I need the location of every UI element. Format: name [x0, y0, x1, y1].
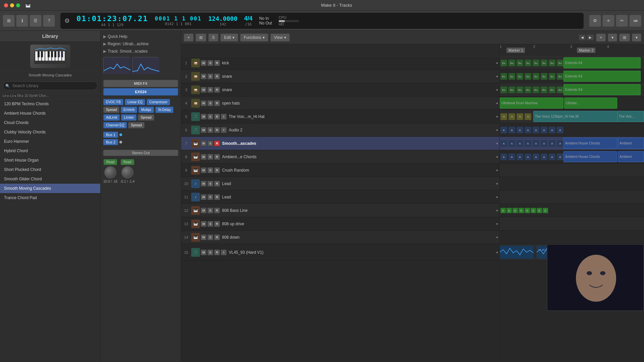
quick-help-row[interactable]: ▶ Quick Help — [103, 33, 178, 40]
record-button[interactable]: R — [214, 249, 220, 255]
zoom-in-button[interactable]: + — [596, 34, 606, 42]
clip[interactable]: The Voic... — [617, 111, 644, 122]
track-options-icon[interactable]: ● — [496, 222, 498, 226]
region-row[interactable]: ▶ Region: Ultrab...achine — [103, 40, 178, 48]
mute-button[interactable]: M — [201, 207, 207, 214]
list-item[interactable]: 120 BPM Techno Chords — [0, 99, 100, 109]
stereo-out-button[interactable]: Stereo Out — [103, 150, 178, 156]
mute-button[interactable]: M — [201, 60, 207, 66]
filter2-button[interactable]: ▾ — [632, 34, 641, 42]
solo-track-button[interactable]: S — [207, 181, 213, 187]
solo-button[interactable]: S — [208, 34, 218, 42]
mute-button[interactable]: M — [201, 114, 207, 120]
clip[interactable]: Ultrabe... — [564, 98, 617, 109]
list-item[interactable]: Hybrid Chord — [0, 146, 100, 156]
bus2-button[interactable]: Bus 2 — [103, 139, 118, 145]
read2-button[interactable]: Read — [121, 159, 134, 165]
mute-button[interactable]: M — [201, 87, 207, 93]
track-options-icon[interactable]: ● — [496, 74, 498, 78]
list-item[interactable]: Clubby Velocity Chords — [0, 127, 100, 137]
nav-left-button[interactable]: ◀ — [579, 34, 586, 41]
record-button[interactable]: R — [214, 87, 220, 93]
track-options-icon[interactable]: ● — [496, 168, 498, 172]
fader2-knob[interactable] — [121, 166, 133, 178]
st-delay-button[interactable]: St-Delay — [155, 107, 173, 113]
evoc-fb-button[interactable]: EVOC FB — [103, 99, 123, 105]
record-button[interactable]: R — [214, 194, 220, 200]
limiter-button[interactable]: Limiter — [121, 114, 137, 121]
track-options-icon[interactable]: ● — [496, 235, 498, 239]
record-button[interactable]: R — [214, 73, 220, 79]
list-item[interactable]: Ambient House Chords — [0, 109, 100, 118]
solo-track-button[interactable]: S — [207, 249, 213, 255]
capture-button[interactable]: ⊞ — [196, 34, 206, 42]
solo-track-button[interactable]: S — [207, 167, 213, 173]
record-button[interactable]: R — [214, 154, 220, 160]
clip[interactable]: Ultrabeat Drum Machine — [500, 98, 564, 109]
list-item[interactable]: Euro Hammer — [0, 137, 100, 146]
bus1-button[interactable]: Bus 1 — [103, 132, 118, 138]
mute-button[interactable]: M — [201, 194, 207, 200]
mute-button[interactable]: M — [201, 127, 207, 133]
solo-track-button[interactable]: S — [207, 87, 213, 93]
record-button[interactable]: R — [214, 100, 220, 106]
solo-track-button[interactable]: S — [207, 140, 213, 146]
track-options-icon[interactable]: ● — [496, 101, 498, 105]
track-options-icon[interactable]: ● — [496, 141, 498, 145]
clip[interactable]: Extendo Kit — [564, 84, 641, 95]
spread2-button[interactable]: Spread — [138, 114, 154, 121]
record-button[interactable]: R — [214, 127, 220, 133]
read1-button[interactable]: Read — [104, 159, 117, 165]
mute-button[interactable]: M — [201, 73, 207, 79]
mute-button[interactable]: M — [201, 249, 207, 255]
track-options-icon[interactable]: ● — [496, 195, 498, 199]
track-options-icon[interactable]: ● — [496, 61, 498, 65]
input-button[interactable]: I — [221, 127, 227, 133]
list-button[interactable]: ☰ — [30, 15, 42, 27]
list-item-selected[interactable]: Smooth Moving Cascades — [0, 184, 100, 193]
solo-track-button[interactable]: S — [207, 60, 213, 66]
mixer-button[interactable]: ≡ — [602, 15, 614, 27]
record-button[interactable]: R — [214, 234, 220, 240]
solo-track-button[interactable]: S — [207, 207, 213, 214]
rewind-button[interactable]: ⏮ — [629, 15, 641, 27]
record-button[interactable]: R — [214, 114, 220, 120]
mute-button[interactable]: M — [201, 154, 207, 160]
input-button[interactable]: I — [221, 249, 227, 255]
list-item[interactable]: Short Plucked Chord — [0, 165, 100, 174]
list-item[interactable]: Short House Organ — [0, 156, 100, 165]
track-options-icon[interactable]: ● — [496, 250, 498, 254]
compressor-button[interactable]: Compressor — [147, 99, 170, 105]
record-button[interactable]: R — [214, 140, 220, 146]
clip[interactable]: Extendo Kit — [564, 71, 641, 82]
add-track-button[interactable]: + — [184, 34, 194, 42]
solo-track-button[interactable]: S — [207, 114, 213, 120]
mute-button[interactable]: M — [201, 167, 207, 173]
smart-controls-button[interactable]: ⚙ — [589, 15, 601, 27]
waveform-clip-1[interactable] — [500, 246, 533, 259]
clip[interactable]: The Voice 123bpm_Hi Hat.36 — [533, 111, 627, 122]
track-row[interactable]: ▶ Track: Smoot...scades — [103, 48, 178, 55]
minimize-button[interactable] — [10, 3, 14, 7]
clip[interactable]: Ambient House Chords — [564, 151, 617, 162]
record-button[interactable]: R — [214, 60, 220, 66]
help-button[interactable]: ? — [43, 15, 55, 27]
track-options-icon[interactable]: ● — [496, 115, 498, 118]
clip[interactable]: Ambient — [618, 151, 644, 162]
spread3-button[interactable]: Spread — [128, 122, 144, 128]
scissors-button[interactable]: ✂ — [616, 15, 628, 27]
record-button[interactable]: R — [214, 167, 220, 173]
functions-menu-button[interactable]: Functions ▾ — [240, 34, 268, 42]
solo-track-button[interactable]: S — [207, 221, 213, 227]
exs24-button[interactable]: EXS24 — [103, 88, 178, 96]
mute-button[interactable]: M — [201, 234, 207, 240]
clip[interactable]: Ambient House Chords — [564, 138, 617, 149]
mute-button[interactable]: M — [201, 140, 207, 146]
mute-button[interactable]: M — [201, 100, 207, 106]
track-options-icon[interactable]: ● — [496, 208, 498, 212]
track-options-icon[interactable]: ● — [496, 128, 498, 132]
library-button[interactable]: ⊞ — [3, 15, 15, 27]
filter-button[interactable]: ⊞ — [619, 34, 630, 42]
zoom-menu-button[interactable]: ▾ — [608, 34, 617, 42]
nav-right-button[interactable]: ▶ — [587, 34, 594, 41]
